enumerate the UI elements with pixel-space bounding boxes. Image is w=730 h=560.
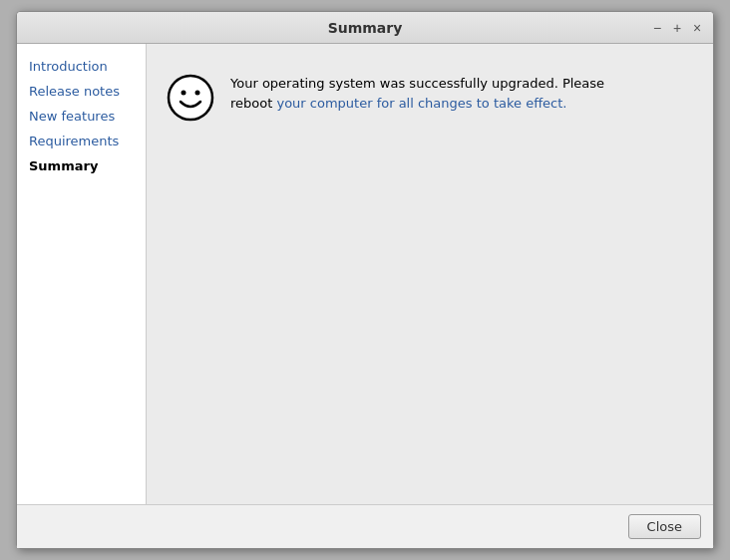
main-content: Your operating system was successfully u… <box>147 44 713 504</box>
close-button[interactable]: Close <box>628 514 701 539</box>
sidebar-item-new-features[interactable]: New features <box>17 104 146 129</box>
window-title: Summary <box>328 20 403 36</box>
svg-point-0 <box>169 76 212 120</box>
window-controls: − + × <box>649 20 705 36</box>
svg-point-1 <box>182 91 186 96</box>
sidebar-item-requirements[interactable]: Requirements <box>17 129 146 153</box>
content-area: Introduction Release notes New features … <box>17 44 713 504</box>
sidebar: Introduction Release notes New features … <box>17 44 147 504</box>
maximize-button[interactable]: + <box>669 20 685 36</box>
sidebar-item-summary[interactable]: Summary <box>17 153 146 178</box>
sidebar-item-introduction[interactable]: Introduction <box>17 54 146 79</box>
upgrade-message: Your operating system was successfully u… <box>230 74 609 113</box>
titlebar: Summary − + × <box>17 12 713 44</box>
close-window-button[interactable]: × <box>689 20 705 36</box>
svg-point-2 <box>195 91 200 96</box>
smiley-icon <box>167 74 214 122</box>
sidebar-item-release-notes[interactable]: Release notes <box>17 79 146 104</box>
message-area: Your operating system was successfully u… <box>167 64 693 132</box>
minimize-button[interactable]: − <box>649 20 665 36</box>
footer: Close <box>17 504 713 548</box>
summary-window: Summary − + × Introduction Release notes… <box>16 11 714 549</box>
